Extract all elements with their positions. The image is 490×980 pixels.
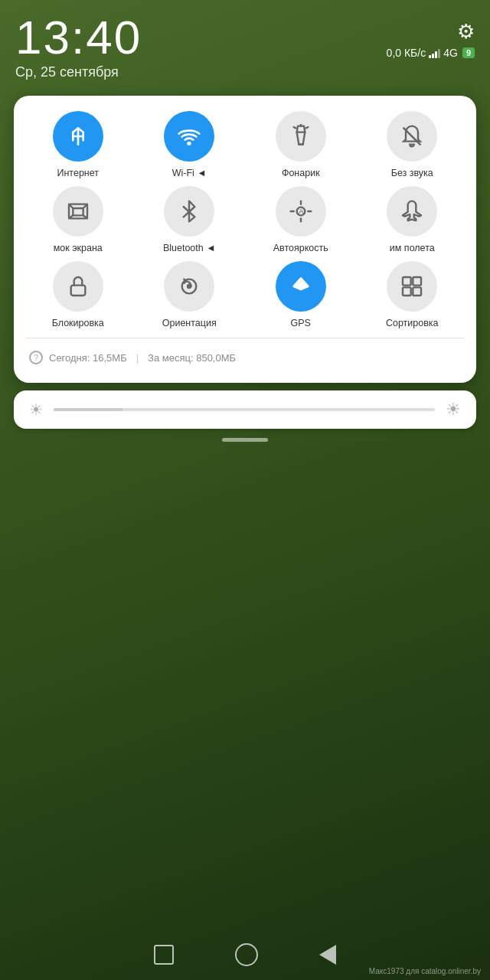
airplane-button[interactable] — [387, 186, 437, 237]
handle-bar[interactable] — [222, 438, 268, 442]
bluetooth-label: Bluetooth ◄ — [163, 243, 216, 253]
lock-button[interactable] — [53, 261, 103, 312]
internet-button[interactable] — [53, 111, 103, 162]
brightness-low-icon: ☀ — [29, 400, 43, 419]
brightness-bar-container[interactable]: ☀ ☀ — [14, 390, 476, 429]
svg-text:A: A — [299, 207, 304, 215]
toggle-wifi[interactable]: Wi-Fi ◄ — [138, 111, 242, 178]
watermark: Макс1973 для catalog.onliner.by — [369, 967, 481, 975]
flashlight-label: Фонарик — [282, 168, 320, 178]
sort-label: Сортировка — [386, 318, 439, 328]
auto-brightness-button[interactable]: A — [276, 186, 326, 237]
brightness-track[interactable] — [54, 408, 435, 411]
info-icon: ? — [29, 351, 43, 364]
toggle-gps[interactable]: GPS — [249, 261, 353, 328]
airplane-label: им полета — [390, 243, 435, 253]
recent-apps-button[interactable] — [154, 945, 174, 965]
svg-point-23 — [188, 285, 191, 288]
data-divider-pipe: | — [136, 352, 139, 364]
quick-settings-panel: Интернет Wi-Fi ◄ — [14, 96, 476, 383]
silent-button[interactable] — [387, 111, 437, 162]
bottom-nav — [0, 943, 490, 966]
data-info: ? Сегодня: 16,5МБ | За месяц: 850,0МБ — [26, 348, 464, 368]
toggle-bluetooth[interactable]: Bluetooth ◄ — [138, 186, 242, 253]
svg-rect-10 — [73, 208, 83, 215]
status-icons: 0,0 КБ/с 4G 9 — [387, 47, 475, 59]
data-speed: 0,0 КБ/с — [387, 47, 426, 59]
toggle-lock[interactable]: Блокировка — [26, 261, 130, 328]
time-block: 13:40 Ср, 25 сентября — [15, 14, 142, 80]
settings-icon[interactable]: ⚙ — [457, 20, 475, 44]
gps-label: GPS — [291, 318, 311, 328]
svg-rect-25 — [413, 277, 422, 286]
signal-bars — [429, 47, 440, 58]
brightness-fill — [54, 408, 122, 411]
battery-indicator: 9 — [462, 47, 475, 58]
recent-apps-icon — [154, 945, 174, 965]
network-type: 4G — [443, 47, 458, 59]
silent-label: Без звука — [391, 168, 433, 178]
auto-brightness-label: Автояркость — [273, 243, 328, 253]
svg-line-6 — [293, 127, 296, 128]
wifi-button[interactable] — [164, 111, 214, 162]
toggle-airplane[interactable]: им полета — [361, 186, 465, 253]
data-today: Сегодня: 16,5МБ — [49, 352, 127, 364]
gps-button[interactable] — [276, 261, 326, 312]
lock-label: Блокировка — [52, 318, 104, 328]
toggle-flashlight[interactable]: Фонарик — [249, 111, 353, 178]
toggle-rotation[interactable]: Ориентация — [138, 261, 242, 328]
toggle-internet[interactable]: Интернет — [26, 111, 130, 178]
status-bar: 13:40 Ср, 25 сентября ⚙ 0,0 КБ/с 4G 9 — [0, 0, 490, 88]
clock: 13:40 — [15, 14, 142, 61]
back-button[interactable] — [319, 945, 336, 965]
rotation-label: Ориентация — [162, 318, 217, 328]
home-button[interactable] — [235, 943, 258, 966]
svg-marker-3 — [296, 126, 305, 132]
rotation-button[interactable] — [164, 261, 214, 312]
svg-point-2 — [188, 142, 191, 145]
date: Ср, 25 сентября — [15, 64, 142, 80]
brightness-high-icon: ☀ — [446, 400, 461, 420]
status-right: ⚙ 0,0 КБ/с 4G 9 — [387, 14, 475, 59]
bluetooth-button[interactable] — [164, 186, 214, 237]
screenshot-button[interactable] — [53, 186, 103, 237]
svg-rect-26 — [403, 287, 411, 296]
toggle-screenshot[interactable]: мок экрана — [26, 186, 130, 253]
toggle-auto-brightness[interactable]: A Автояркость — [249, 186, 353, 253]
svg-rect-27 — [413, 287, 422, 296]
toggle-silent[interactable]: Без звука — [361, 111, 465, 178]
divider — [26, 338, 464, 338]
toggle-sort[interactable]: Сортировка — [361, 261, 465, 328]
flashlight-button[interactable] — [276, 111, 326, 162]
toggle-grid: Интернет Wi-Fi ◄ — [26, 111, 464, 328]
sort-button[interactable] — [387, 261, 437, 312]
screenshot-label: мок экрана — [54, 243, 103, 253]
internet-label: Интернет — [57, 168, 99, 178]
svg-rect-24 — [403, 277, 411, 286]
back-icon — [319, 945, 336, 965]
svg-line-7 — [305, 127, 308, 128]
data-month: За месяц: 850,0МБ — [148, 352, 236, 364]
svg-rect-21 — [70, 286, 85, 296]
wifi-label: Wi-Fi ◄ — [172, 168, 207, 178]
home-icon — [235, 943, 258, 966]
